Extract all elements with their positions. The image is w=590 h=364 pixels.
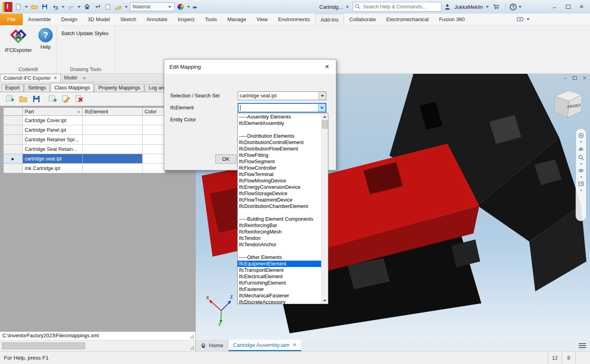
ribbon-tab[interactable]: Electromechanical bbox=[381, 14, 434, 25]
pan-icon[interactable] bbox=[578, 146, 584, 152]
dock-tab-close-icon[interactable]: ✕ bbox=[54, 75, 57, 81]
appearance-wheel-icon[interactable] bbox=[176, 2, 185, 11]
save-icon[interactable] bbox=[40, 2, 49, 11]
measure-icon[interactable] bbox=[114, 2, 123, 11]
scrollbar-thumb[interactable] bbox=[2, 342, 85, 349]
column-header-part[interactable]: Part ▲ bbox=[23, 107, 83, 116]
delete-mapping-button[interactable] bbox=[75, 95, 83, 103]
dropdown-item[interactable]: IfcElectricalElement bbox=[238, 273, 321, 280]
save-mappings-button[interactable] bbox=[32, 95, 41, 103]
search-input[interactable] bbox=[353, 2, 441, 12]
appearance-dropdown-caret[interactable] bbox=[187, 6, 190, 8]
ifc-exporter-button[interactable]: IFCExporter bbox=[3, 28, 34, 53]
ribbon-tab[interactable]: 3D Model bbox=[83, 14, 115, 25]
dropdown-item[interactable]: IfcFlowSegment bbox=[238, 158, 321, 165]
customize-toolbar-chevrons[interactable]: ▸▸ bbox=[192, 4, 197, 10]
user-name[interactable]: JukkaMeklin bbox=[454, 4, 483, 10]
dropdown-item[interactable] bbox=[238, 127, 321, 133]
ribbon-tab[interactable]: Add-Ins bbox=[315, 14, 344, 25]
help-icon[interactable]: ? bbox=[510, 4, 516, 10]
minimize-button[interactable]: – bbox=[548, 2, 560, 12]
table-corner-cell[interactable] bbox=[3, 107, 23, 116]
ifcelement-cell[interactable] bbox=[83, 164, 143, 173]
dropdown-item[interactable]: IfcReinforcingBar bbox=[238, 222, 321, 229]
dropdown-item[interactable]: IfcElementAssembly bbox=[238, 120, 321, 127]
home-icon[interactable] bbox=[83, 2, 91, 11]
new-file-dropdown-caret[interactable] bbox=[25, 6, 28, 8]
view-cube[interactable]: FRONT bbox=[548, 83, 584, 121]
navigation-wheel-caret[interactable] bbox=[580, 141, 582, 143]
column-header-color[interactable]: Color bbox=[143, 107, 165, 116]
color-cell[interactable] bbox=[143, 154, 165, 164]
dropdown-item[interactable]: IfcTendon bbox=[238, 235, 321, 241]
ribbon-tab[interactable]: Design bbox=[56, 14, 82, 25]
inner-tab[interactable]: Settings bbox=[24, 84, 50, 92]
clipboard-icon[interactable] bbox=[103, 2, 112, 11]
ribbon-tab[interactable]: File bbox=[0, 14, 23, 25]
tab-list-menu-icon[interactable] bbox=[579, 342, 586, 349]
display-settings-icon[interactable] bbox=[516, 15, 524, 24]
ifcelement-cell[interactable] bbox=[83, 144, 143, 154]
ifcelement-cell[interactable] bbox=[83, 116, 143, 125]
resize-grip-icon[interactable] bbox=[190, 334, 194, 339]
dropdown-item[interactable]: -----Assembly Elements bbox=[238, 114, 321, 120]
selection-dropdown-button[interactable] bbox=[318, 92, 326, 100]
dropdown-item[interactable]: IfcEquipmentElement bbox=[238, 261, 321, 267]
ifcelement-cell[interactable] bbox=[83, 135, 143, 144]
ribbon-tab[interactable]: Sketch bbox=[115, 14, 141, 25]
dropdown-item[interactable]: IfcDistributionFlowElement bbox=[238, 146, 321, 152]
ribbon-help-button[interactable]: ? Help bbox=[37, 28, 54, 50]
color-cell[interactable] bbox=[143, 144, 165, 154]
column-header-ifcelement[interactable]: IfcElement bbox=[83, 107, 143, 116]
redo-dropdown-caret[interactable] bbox=[77, 6, 81, 8]
row-header-cell[interactable]: ▶ bbox=[3, 144, 23, 154]
dropdown-item[interactable]: IfcFlowTreatmentDevice bbox=[238, 197, 321, 203]
dropdown-item[interactable]: -----Bulding Element Components bbox=[238, 216, 321, 222]
inner-tab[interactable]: Property Mappings bbox=[94, 84, 144, 92]
close-button[interactable]: × bbox=[576, 2, 588, 12]
batch-update-styles-button[interactable]: Batch Update Styles bbox=[60, 30, 110, 37]
dropdown-item[interactable]: IfcFlowController bbox=[238, 165, 321, 171]
help-dropdown-caret[interactable] bbox=[518, 6, 522, 8]
dropdown-item[interactable] bbox=[238, 210, 321, 216]
orbit-icon[interactable] bbox=[578, 168, 584, 174]
ok-button[interactable]: OK bbox=[215, 154, 236, 164]
dropdown-item[interactable]: IfcFlowMovingDevice bbox=[238, 178, 321, 184]
measure-dropdown-caret[interactable] bbox=[125, 6, 128, 8]
dropdown-item[interactable]: IfcReinforcingMesh bbox=[238, 229, 321, 235]
maximize-button[interactable] bbox=[562, 2, 574, 12]
dialog-title-bar[interactable]: Edit Mapping bbox=[164, 59, 336, 74]
dropdown-item[interactable]: IfcEnergyConversionDevice bbox=[238, 184, 321, 190]
part-cell[interactable]: Ink Cartridge.ipt bbox=[23, 164, 83, 173]
doc-close-button[interactable]: × bbox=[581, 75, 588, 81]
ribbon-tab[interactable]: Fusion 360 bbox=[434, 14, 470, 25]
dock-tab-model[interactable]: Model bbox=[61, 74, 80, 82]
dropdown-item[interactable]: IfcDiscreteAccessory bbox=[238, 299, 321, 304]
dropdown-item[interactable]: IfcFlowTerminal bbox=[238, 171, 321, 178]
ribbon-tab[interactable]: Annotate bbox=[141, 14, 173, 25]
tab-home[interactable]: Home bbox=[196, 340, 228, 351]
new-file-icon[interactable] bbox=[14, 2, 23, 11]
ribbon-tab[interactable]: Assemble bbox=[23, 14, 56, 25]
dropdown-item[interactable]: -----Distribution Elements bbox=[238, 133, 321, 139]
user-dropdown-caret[interactable] bbox=[486, 6, 489, 8]
chevron-right-icon[interactable] bbox=[347, 5, 349, 8]
ifcelement-cell[interactable] bbox=[83, 125, 143, 135]
add-mapping-button[interactable] bbox=[48, 95, 57, 103]
row-header-cell[interactable]: ▶ bbox=[3, 154, 23, 164]
row-header-cell[interactable]: ▶ bbox=[3, 116, 23, 125]
row-header-cell[interactable]: ▶ bbox=[3, 125, 23, 135]
dropdown-item[interactable]: IfcTendonAnchor bbox=[238, 241, 321, 248]
dropdown-item[interactable]: IfcTransportElement bbox=[238, 267, 321, 273]
new-mapping-table-button[interactable] bbox=[6, 95, 14, 103]
doc-restore-button[interactable] bbox=[572, 75, 578, 81]
color-cell[interactable] bbox=[143, 164, 165, 173]
dock-tab-codemill[interactable]: Codemill IFC Exporter ✕ bbox=[0, 74, 61, 82]
row-header-cell[interactable]: ▶ bbox=[3, 164, 23, 173]
zoom-icon[interactable] bbox=[578, 154, 584, 160]
inner-tab[interactable]: Class Mappings bbox=[50, 83, 94, 92]
part-cell[interactable]: cartridge seat.ipt bbox=[23, 154, 83, 164]
row-header-cell[interactable]: ▶ bbox=[3, 135, 23, 144]
display-settings-caret[interactable] bbox=[526, 18, 530, 20]
dropdown-scrollbar-thumb[interactable] bbox=[322, 120, 328, 129]
